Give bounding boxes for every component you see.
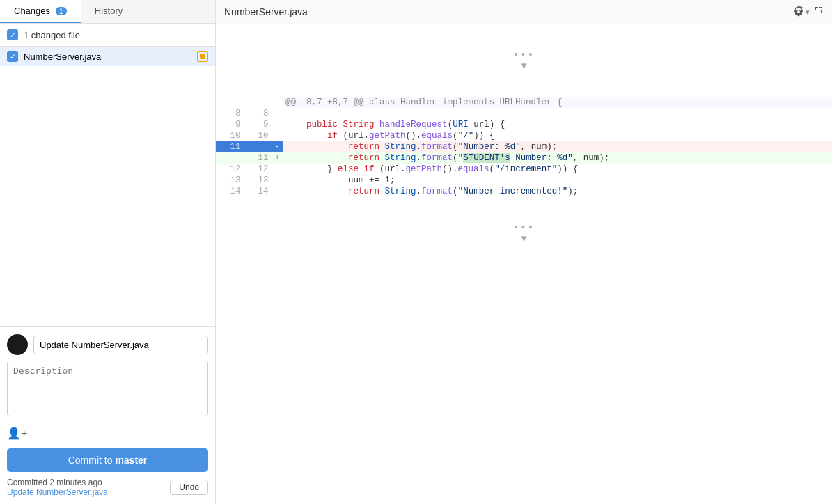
diff-filename: NumberServer.java bbox=[224, 6, 308, 17]
file-status-icon bbox=[197, 51, 208, 62]
commit-button[interactable]: Commit to master bbox=[7, 448, 208, 472]
table-row: 8 8 bbox=[216, 108, 832, 119]
expand-icon bbox=[814, 6, 824, 15]
diff-ellipsis-top: ••• ▼ bbox=[216, 24, 832, 97]
changed-file-header: ✓ 1 changed file bbox=[0, 24, 215, 47]
undo-button[interactable]: Undo bbox=[170, 480, 208, 495]
diff-ellipsis-bottom: ••• ▼ bbox=[216, 197, 832, 269]
diff-header-icons: ▾ bbox=[793, 6, 824, 18]
table-row: 10 10 if (url.getPath().equals("/")) { bbox=[216, 130, 832, 141]
settings-button[interactable]: ▾ bbox=[793, 6, 810, 17]
table-row: 11 + return String.format("STUDENT's Num… bbox=[216, 152, 832, 164]
file-checkbox[interactable]: ✓ bbox=[7, 51, 18, 62]
commit-message-input[interactable] bbox=[33, 336, 208, 354]
hunk-header-row: @@ -8,7 +8,7 @@ class Handler implements… bbox=[216, 97, 832, 108]
add-author-icon[interactable]: 👤+ bbox=[7, 427, 27, 440]
table-row: 9 9 public String handleRequest(URI url)… bbox=[216, 119, 832, 130]
diff-table: ••• ▼ @@ -8,7 +8,7 @@ class Handler impl… bbox=[216, 24, 832, 269]
file-list-item[interactable]: ✓ NumberServer.java bbox=[0, 47, 215, 66]
commit-area: 👤+ Commit to master Committed 2 minutes … bbox=[0, 326, 215, 504]
table-row: 13 13 num += 1; bbox=[216, 175, 832, 186]
table-row: 14 14 return String.format("Number incre… bbox=[216, 186, 832, 197]
select-all-checkbox[interactable]: ✓ bbox=[7, 29, 18, 40]
add-author-row: 👤+ bbox=[7, 424, 208, 443]
tab-changes[interactable]: Changes 1 bbox=[0, 0, 81, 23]
right-panel: NumberServer.java ▾ bbox=[216, 0, 832, 504]
tabs-bar: Changes 1 History bbox=[0, 0, 215, 24]
table-row: 11 - return String.format("Number: %d", … bbox=[216, 141, 832, 152]
tab-history[interactable]: History bbox=[81, 0, 136, 23]
description-input[interactable] bbox=[7, 361, 208, 416]
left-panel: Changes 1 History ✓ 1 changed file ✓ Num… bbox=[0, 0, 216, 504]
expand-button[interactable] bbox=[814, 6, 824, 18]
diff-content: ••• ▼ @@ -8,7 +8,7 @@ class Handler impl… bbox=[216, 24, 832, 504]
table-row: 12 12 } else if (url.getPath().equals("/… bbox=[216, 164, 832, 175]
gear-icon bbox=[793, 6, 804, 17]
diff-header: NumberServer.java ▾ bbox=[216, 0, 832, 24]
avatar bbox=[7, 334, 28, 355]
committed-info: Committed 2 minutes ago Update NumberSer… bbox=[7, 478, 208, 497]
commit-message-row bbox=[7, 334, 208, 355]
